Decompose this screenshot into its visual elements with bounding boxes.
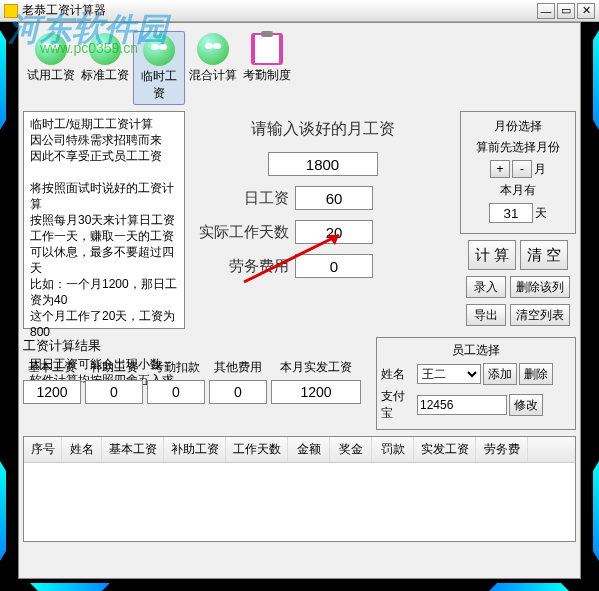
col-subsidy[interactable]: 补助工资 [164,437,226,462]
result-subsidy-input[interactable] [85,380,143,404]
labor-fee-input[interactable] [295,254,373,278]
calculate-button[interactable]: 计算 [468,240,516,270]
clipboard-icon [251,33,283,65]
month-minus-button[interactable]: - [512,160,532,178]
col-workdays[interactable]: 工作天数 [226,437,288,462]
frame-decor [0,461,6,561]
monthly-wage-input[interactable] [268,152,378,176]
month-plus-button[interactable]: + [490,160,510,178]
tab-attendance[interactable]: 考勤制度 [241,31,293,105]
tab-mixed-calc[interactable]: 混合计算 [187,31,239,105]
days-suffix: 天 [535,205,547,222]
data-table[interactable]: 序号 姓名 基本工资 补助工资 工作天数 金额 奖金 罚款 实发工资 劳务费 [23,436,576,542]
frame-decor [593,30,599,130]
current-month-label: 本月有 [465,182,571,199]
maximize-button[interactable]: ▭ [557,3,575,19]
input-panel: 请输入谈好的月工资 日工资 实际工作天数 劳务费用 [189,111,456,329]
month-subtitle: 算前先选择月份 [465,139,571,156]
col-penalty[interactable]: 罚款 [372,437,414,462]
modify-button[interactable]: 修改 [509,394,543,416]
work-days-input[interactable] [295,220,373,244]
employee-name-select[interactable]: 王二 [417,364,481,384]
frame-decor [0,30,6,130]
person-icon [143,34,175,66]
work-days-label: 实际工作天数 [197,223,289,242]
month-title: 月份选择 [465,118,571,135]
table-header: 序号 姓名 基本工资 补助工资 工作天数 金额 奖金 罚款 实发工资 劳务费 [24,437,575,463]
header-actual: 本月实发工资 [271,359,361,376]
header-other: 其他费用 [209,359,267,376]
delete-employee-button[interactable]: 删除 [519,363,553,385]
toolbar: 试用工资 标准工资 临时工资 混合计算 考勤制度 [23,27,576,107]
tab-label: 考勤制度 [243,67,291,84]
col-base[interactable]: 基本工资 [102,437,164,462]
result-actual-input[interactable] [271,380,361,404]
window-title: 老恭工资计算器 [22,2,535,19]
delete-row-button[interactable]: 删除该列 [510,276,570,298]
clear-list-button[interactable]: 清空列表 [510,304,570,326]
person-icon [35,33,67,65]
result-other-input[interactable] [209,380,267,404]
tab-temp-wage[interactable]: 临时工资 [133,31,185,105]
frame-decor [30,583,110,591]
prompt-label: 请输入谈好的月工资 [197,119,448,140]
tab-standard-wage[interactable]: 标准工资 [79,31,131,105]
col-index[interactable]: 序号 [24,437,62,462]
clear-button[interactable]: 清空 [520,240,568,270]
header-attendance: 考勤扣款 [147,359,205,376]
employee-title: 员工选择 [381,342,571,359]
col-amount[interactable]: 金额 [288,437,330,462]
alipay-input[interactable] [417,395,507,415]
header-subsidy: 补助工资 [85,359,143,376]
result-title: 工资计算结果 [23,337,370,355]
tab-label: 试用工资 [27,67,75,84]
name-label: 姓名 [381,366,415,383]
tab-trial-wage[interactable]: 试用工资 [25,31,77,105]
person-icon [197,33,229,65]
col-labor[interactable]: 劳务费 [476,437,528,462]
col-name[interactable]: 姓名 [62,437,102,462]
description-text: 临时工/短期工工资计算 因公司特殊需求招聘而来 因此不享受正式员工工资 将按照面… [23,111,185,329]
result-base-input[interactable] [23,380,81,404]
app-body: 试用工资 标准工资 临时工资 混合计算 考勤制度 临时工/短期工工资计算 因公司… [18,22,581,579]
labor-fee-label: 劳务费用 [197,257,289,276]
right-panel: 月份选择 算前先选择月份 + - 月 本月有 天 计算 清空 录入 删除该 [460,111,576,329]
header-base: 基本工资 [23,359,81,376]
app-icon [4,4,18,18]
frame-decor [489,583,569,591]
titlebar: 老恭工资计算器 — ▭ ✕ [0,0,599,22]
add-employee-button[interactable]: 添加 [483,363,517,385]
result-attendance-input[interactable] [147,380,205,404]
month-select-box: 月份选择 算前先选择月份 + - 月 本月有 天 [460,111,576,234]
daily-wage-input[interactable] [295,186,373,210]
alipay-label: 支付宝 [381,388,415,422]
col-bonus[interactable]: 奖金 [330,437,372,462]
month-suffix: 月 [534,161,546,178]
frame-decor [593,461,599,561]
daily-wage-label: 日工资 [197,189,289,208]
tab-label: 临时工资 [136,68,182,102]
col-actual[interactable]: 实发工资 [414,437,476,462]
close-button[interactable]: ✕ [577,3,595,19]
days-in-month-input[interactable] [489,203,533,223]
record-button[interactable]: 录入 [466,276,506,298]
minimize-button[interactable]: — [537,3,555,19]
tab-label: 标准工资 [81,67,129,84]
export-button[interactable]: 导出 [466,304,506,326]
result-panel: 工资计算结果 基本工资 补助工资 考勤扣款 其他费用 本月实发工资 [23,337,370,430]
tab-label: 混合计算 [189,67,237,84]
employee-box: 员工选择 姓名 王二 添加 删除 支付宝 修改 [376,337,576,430]
person-icon [89,33,121,65]
